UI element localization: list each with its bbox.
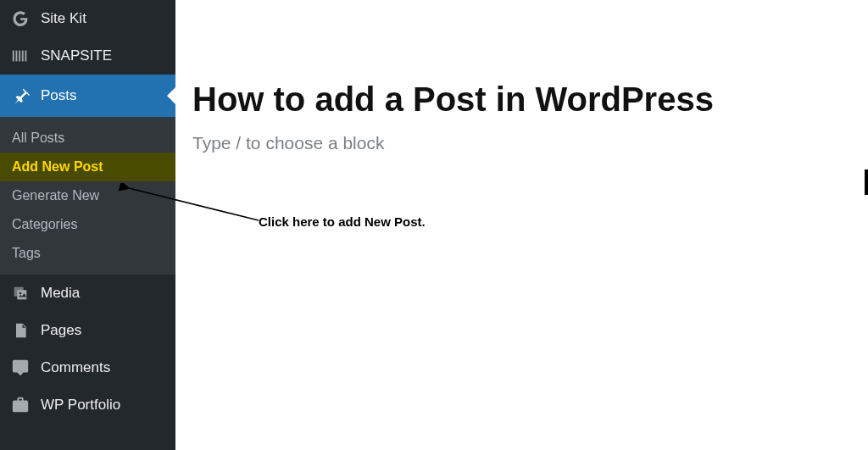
google-g-icon bbox=[10, 8, 31, 29]
admin-sidebar: Site Kit SNAPSITE Posts All Posts Add Ne… bbox=[0, 0, 175, 450]
sidebar-item-label: Comments bbox=[41, 359, 110, 376]
svg-rect-3 bbox=[22, 51, 24, 62]
sidebar-item-media[interactable]: Media bbox=[0, 275, 175, 312]
sidebar-item-wp-portfolio[interactable]: WP Portfolio bbox=[0, 386, 175, 424]
sidebar-item-label: Posts bbox=[41, 87, 77, 104]
media-icon bbox=[10, 283, 31, 303]
sidebar-item-site-kit[interactable]: Site Kit bbox=[0, 0, 175, 37]
barcode-icon bbox=[10, 46, 31, 66]
pin-icon bbox=[10, 86, 31, 106]
sidebar-item-label: Media bbox=[41, 285, 80, 302]
block-placeholder[interactable]: Type / to choose a block bbox=[192, 133, 851, 153]
submenu-tags[interactable]: Tags bbox=[0, 239, 175, 268]
page-icon bbox=[10, 320, 31, 341]
sidebar-item-label: Site Kit bbox=[41, 10, 86, 27]
svg-rect-2 bbox=[19, 51, 20, 62]
sidebar-item-comments[interactable]: Comments bbox=[0, 349, 175, 386]
sidebar-item-posts[interactable]: Posts bbox=[0, 75, 175, 117]
sidebar-item-snapsite[interactable]: SNAPSITE bbox=[0, 37, 175, 75]
annotation-text: Click here to add New Post. bbox=[259, 214, 426, 229]
comment-icon bbox=[10, 358, 31, 378]
sidebar-item-label: SNAPSITE bbox=[41, 47, 112, 64]
post-title[interactable]: How to add a Post in WordPress bbox=[192, 81, 851, 118]
svg-rect-4 bbox=[25, 51, 27, 62]
submenu-all-posts[interactable]: All Posts bbox=[0, 124, 175, 153]
submenu-add-new-post[interactable]: Add New Post bbox=[0, 153, 175, 181]
submenu-categories[interactable]: Categories bbox=[0, 210, 175, 239]
posts-submenu: All Posts Add New Post Generate New Cate… bbox=[0, 117, 175, 275]
sidebar-item-label: WP Portfolio bbox=[41, 397, 120, 414]
svg-point-5 bbox=[19, 292, 22, 295]
sidebar-item-pages[interactable]: Pages bbox=[0, 312, 175, 349]
sidebar-item-label: Pages bbox=[41, 322, 81, 339]
submenu-generate-new[interactable]: Generate New bbox=[0, 181, 175, 210]
svg-rect-1 bbox=[16, 51, 18, 62]
right-edge-stub bbox=[865, 169, 868, 195]
svg-rect-0 bbox=[13, 51, 14, 62]
portfolio-icon bbox=[10, 395, 31, 415]
